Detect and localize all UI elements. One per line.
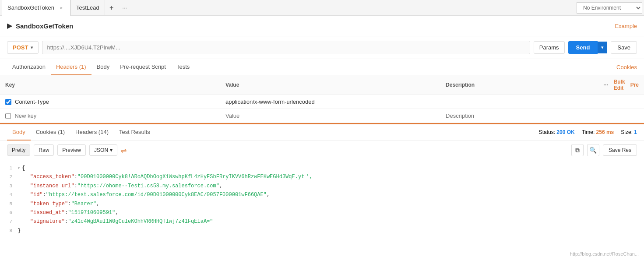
example-link[interactable]: Example [615, 23, 637, 29]
presets-link[interactable]: Pre [630, 82, 639, 88]
active-tab-label: SandboxGetToken [7, 4, 54, 11]
search-icon: 🔍 [589, 147, 597, 154]
new-row-actions [598, 109, 644, 123]
tab-authorization[interactable]: Authorization [7, 59, 51, 75]
header-value-text: application/x-www-form-urlencoded [225, 98, 315, 105]
method-label: POST [13, 44, 28, 51]
json-line-4: 4 "id" : "https://test.salesforce.com/id… [0, 190, 644, 199]
format-selector[interactable]: JSON ▾ [89, 144, 117, 156]
header-value-cell: application/x-www-form-urlencoded [220, 95, 440, 109]
new-header-row [0, 109, 644, 123]
headers-table-header-row: Key Value Description ··· Bulk Edit Pre [0, 75, 644, 95]
json-line-3: 3 "instance_url" : "https://ohome--Test1… [0, 182, 644, 190]
cookies-link[interactable]: Cookies [616, 60, 637, 75]
response-section: Body Cookies (1) Headers (14) Test Resul… [0, 123, 644, 239]
url-bar: POST ▾ Params Send ▾ Save [0, 36, 644, 59]
response-actions: ⧉ 🔍 Save Res [571, 144, 637, 156]
col-actions: ··· Bulk Edit Pre [598, 75, 644, 95]
search-button[interactable]: 🔍 [587, 144, 599, 156]
more-tabs-button[interactable]: ··· [118, 1, 131, 14]
size-label: Size: 1 [621, 129, 637, 135]
new-desc-cell [440, 109, 598, 123]
bulk-edit-link[interactable]: Bulk Edit [614, 79, 625, 91]
tab-tests[interactable]: Tests [171, 59, 195, 75]
headers-section: Key Value Description ··· Bulk Edit Pre [0, 75, 644, 123]
col-value: Value [220, 75, 440, 95]
header-key-cell: Content-Type [0, 95, 220, 109]
url-input[interactable] [42, 41, 530, 54]
new-desc-input[interactable] [446, 112, 593, 119]
status-label: Status: 200 OK [539, 129, 575, 135]
time-value: 256 ms [596, 129, 614, 135]
col-key: Key [0, 75, 220, 95]
request-tab-right: Cookies [616, 60, 637, 75]
header-key-value: Content-Type [15, 98, 49, 105]
time-label: Time: 256 ms [582, 129, 614, 135]
col-description: Description [440, 75, 598, 95]
response-status-bar: Status: 200 OK Time: 256 ms Size: 1 [539, 129, 637, 135]
environment-selector[interactable]: No Environment [577, 2, 642, 14]
tab-close-icon[interactable]: × [58, 4, 65, 11]
new-key-input[interactable] [14, 112, 215, 119]
size-value: 1 [634, 129, 637, 135]
json-line-2: 2 "access_token" : "00D01000000Cyk8!ARoA… [0, 172, 644, 181]
raw-button[interactable]: Raw [34, 144, 54, 156]
header-desc-cell [440, 95, 598, 109]
json-line-1: 1 ▾ { [0, 164, 644, 172]
new-key-cell [0, 109, 220, 123]
header-row-actions [598, 95, 644, 109]
format-label: JSON [94, 147, 108, 153]
tab-pre-request-script[interactable]: Pre-request Script [115, 59, 171, 75]
active-tab[interactable]: SandboxGetToken × [2, 0, 70, 16]
wrap-icon[interactable]: ⇌ [121, 146, 127, 155]
tabs-bar: SandboxGetToken × TestLead + ··· No Envi… [0, 0, 644, 16]
new-value-cell [220, 109, 440, 123]
save-response-button[interactable]: Save Res [603, 144, 637, 156]
resp-tab-test-results[interactable]: Test Results [114, 124, 155, 141]
response-tabs-bar: Body Cookies (1) Headers (14) Test Resul… [0, 124, 644, 141]
request-tabs: Authorization Headers (1) Body Pre-reque… [0, 59, 644, 75]
response-toolbar: Pretty Raw Preview JSON ▾ ⇌ ⧉ 🔍 Save Res [0, 141, 644, 160]
resp-tab-headers[interactable]: Headers (14) [70, 124, 114, 141]
pretty-button[interactable]: Pretty [7, 144, 30, 156]
inactive-tab-label: TestLead [76, 4, 99, 11]
tab-body[interactable]: Body [91, 59, 115, 75]
preview-button[interactable]: Preview [57, 144, 86, 156]
json-line-7: 7 "signature" : "z41c4WgBAuI1W0gCuleKOhh… [0, 217, 644, 226]
resp-tab-body[interactable]: Body [7, 124, 31, 141]
resp-tab-cookies[interactable]: Cookies (1) [31, 124, 70, 141]
save-button[interactable]: Save [611, 41, 637, 54]
collection-title-label: SandboxGetToken [16, 22, 73, 30]
collection-title[interactable]: ▶ SandboxGetToken [7, 22, 73, 30]
status-code: 200 OK [556, 129, 574, 135]
copy-icon: ⧉ [575, 147, 580, 154]
send-main-button[interactable]: Send [568, 41, 598, 54]
expand-icon[interactable]: ▾ [18, 165, 20, 172]
collection-header: ▶ SandboxGetToken Example [0, 16, 644, 36]
method-selector[interactable]: POST ▾ [7, 41, 39, 54]
json-line-5: 5 "token_type" : "Bearer" , [0, 200, 644, 208]
method-chevron-icon: ▾ [31, 45, 33, 50]
collection-arrow-icon: ▶ [7, 22, 12, 30]
params-button[interactable]: Params [534, 41, 565, 54]
send-dropdown-button[interactable]: ▾ [598, 42, 607, 53]
tab-headers[interactable]: Headers (1) [51, 59, 91, 75]
add-tab-button[interactable]: + [105, 1, 118, 14]
new-header-checkbox[interactable] [5, 113, 11, 119]
copy-button[interactable]: ⧉ [571, 144, 584, 156]
json-line-8: 8 } [0, 226, 644, 235]
send-button-group: Send ▾ [568, 41, 608, 54]
json-body: 1 ▾ { 2 "access_token" : "00D01000000Cyk… [0, 160, 644, 239]
json-line-6: 6 "issued_at" : "1519710609591" , [0, 208, 644, 217]
new-value-input[interactable] [225, 112, 435, 119]
inactive-tab[interactable]: TestLead [70, 0, 105, 16]
header-checkbox[interactable] [5, 99, 11, 105]
headers-more-icon[interactable]: ··· [603, 81, 609, 88]
format-chevron-icon: ▾ [110, 147, 113, 153]
headers-table: Key Value Description ··· Bulk Edit Pre [0, 75, 644, 123]
table-row: Content-Type application/x-www-form-urle… [0, 95, 644, 109]
